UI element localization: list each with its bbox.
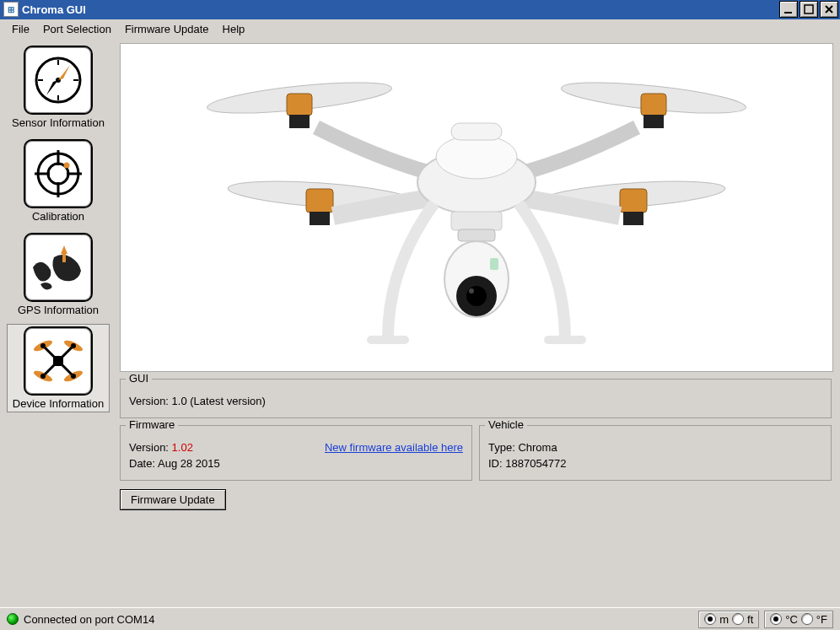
svg-marker-4 <box>58 65 70 80</box>
svg-rect-0 <box>784 12 792 13</box>
svg-point-28 <box>40 343 46 348</box>
svg-point-31 <box>71 374 76 379</box>
menu-firmware-update[interactable]: Firmware Update <box>118 21 216 37</box>
svg-rect-27 <box>53 356 63 366</box>
firmware-update-button[interactable]: Firmware Update <box>120 489 226 510</box>
firmware-version: Version: 1.02 <box>129 441 193 454</box>
distance-unit-selector: m ft <box>698 611 759 628</box>
svg-point-53 <box>466 286 487 306</box>
menu-port-selection[interactable]: Port Selection <box>36 21 118 37</box>
sidebar: Sensor Information Calibration <box>0 38 120 609</box>
sidebar-sensor-information[interactable]: Sensor Information <box>7 43 110 132</box>
svg-rect-1 <box>805 5 813 13</box>
gui-version: Version: 1.0 (Latest version) <box>129 395 822 407</box>
unit-m-label: m <box>719 613 729 626</box>
value: 1.02 <box>172 441 193 454</box>
menubar: File Port Selection Firmware Update Help <box>0 19 840 38</box>
main-panel: GUI Version: 1.0 (Latest version) Firmwa… <box>120 38 840 609</box>
gui-group: GUI Version: 1.0 (Latest version) <box>120 379 832 418</box>
firmware-group: Firmware Version: 1.02 New firmware avai… <box>120 425 472 481</box>
close-icon <box>824 4 834 14</box>
svg-rect-43 <box>623 212 643 225</box>
sidebar-calibration[interactable]: Calibration <box>7 137 110 225</box>
svg-point-29 <box>71 343 76 348</box>
radio-m[interactable] <box>704 613 716 625</box>
globe-icon <box>24 233 93 302</box>
label: ID: <box>488 457 503 470</box>
firmware-link[interactable]: New firmware available here <box>325 441 463 454</box>
unit-ft-label: ft <box>747 613 753 626</box>
svg-rect-49 <box>451 212 502 230</box>
sidebar-item-label: Calibration <box>9 210 107 223</box>
status-text: Connected on port COM14 <box>24 613 154 626</box>
label: Version: <box>129 441 169 454</box>
radio-ft[interactable] <box>732 613 744 625</box>
sidebar-item-label: Device Information <box>9 397 107 410</box>
svg-rect-37 <box>289 115 310 128</box>
target-icon <box>24 139 93 208</box>
svg-rect-36 <box>287 94 312 116</box>
value: 1887054772 <box>505 457 566 470</box>
group-legend: GUI <box>126 372 152 385</box>
value: Chroma <box>518 441 557 454</box>
svg-point-45 <box>436 135 517 179</box>
sidebar-device-information[interactable]: Device Information <box>7 324 110 412</box>
label: Type: <box>488 441 515 454</box>
svg-rect-48 <box>544 336 586 344</box>
compass-icon <box>24 46 93 115</box>
group-legend: Vehicle <box>485 418 527 431</box>
svg-line-25 <box>45 364 55 374</box>
titlebar: ⊞ Chroma GUI <box>0 0 840 19</box>
firmware-date: Date: Aug 28 2015 <box>129 457 463 470</box>
svg-rect-38 <box>641 94 666 116</box>
svg-point-54 <box>469 288 474 293</box>
radio-f[interactable] <box>801 613 813 625</box>
svg-line-26 <box>62 364 72 374</box>
value: 1.0 (Latest version) <box>172 395 266 407</box>
svg-point-16 <box>64 163 70 169</box>
svg-rect-40 <box>306 189 333 213</box>
svg-rect-41 <box>310 212 330 225</box>
svg-rect-42 <box>620 189 647 213</box>
sidebar-gps-information[interactable]: GPS Information <box>7 230 110 319</box>
unit-c-label: °C <box>785 613 798 626</box>
sidebar-item-label: GPS Information <box>9 304 107 316</box>
app-icon: ⊞ <box>3 2 19 17</box>
minimize-icon <box>783 4 794 14</box>
svg-line-24 <box>62 347 72 358</box>
group-legend: Firmware <box>126 418 178 431</box>
value: Aug 28 2015 <box>158 457 220 470</box>
svg-rect-55 <box>490 258 498 270</box>
vehicle-id: ID: 1887054772 <box>488 457 822 470</box>
svg-point-30 <box>40 374 46 379</box>
temperature-unit-selector: °C °F <box>764 611 833 628</box>
connection-led-icon <box>7 613 19 625</box>
menu-help[interactable]: Help <box>216 21 252 37</box>
unit-f-label: °F <box>816 613 827 626</box>
svg-line-23 <box>45 347 55 358</box>
vehicle-type: Type: Chroma <box>488 441 822 454</box>
close-button[interactable] <box>820 1 838 18</box>
maximize-button[interactable] <box>800 1 818 18</box>
svg-rect-39 <box>643 115 664 128</box>
vehicle-group: Vehicle Type: Chroma ID: 1887054772 <box>479 425 832 481</box>
svg-rect-46 <box>451 123 502 140</box>
drone-icon <box>24 326 93 396</box>
maximize-icon <box>804 4 814 14</box>
svg-rect-47 <box>367 336 409 344</box>
radio-c[interactable] <box>770 613 782 625</box>
label: Date: <box>129 457 155 470</box>
window-title: Chroma GUI <box>22 3 778 16</box>
label: Version: <box>129 395 169 407</box>
svg-marker-5 <box>46 80 58 95</box>
menu-file[interactable]: File <box>5 21 36 37</box>
statusbar: Connected on port COM14 m ft °C °F <box>0 607 840 630</box>
minimize-button[interactable] <box>779 1 798 18</box>
drone-image <box>120 43 833 372</box>
svg-rect-18 <box>62 252 66 262</box>
svg-rect-50 <box>458 229 495 241</box>
sidebar-item-label: Sensor Information <box>9 116 107 129</box>
